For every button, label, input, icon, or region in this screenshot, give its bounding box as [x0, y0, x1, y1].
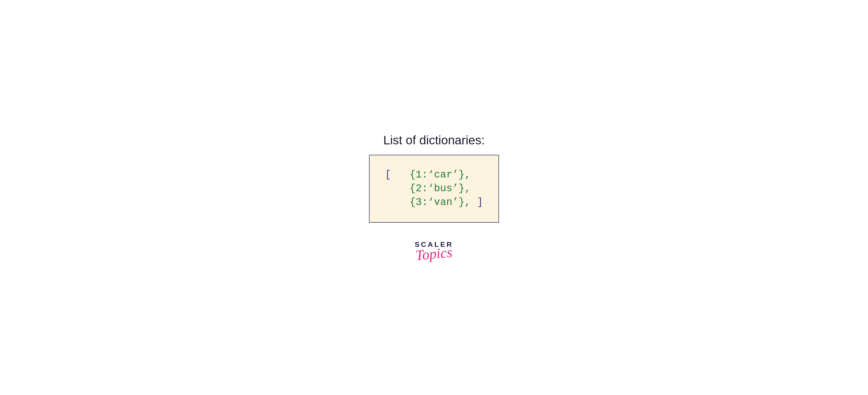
line-indent-3 [385, 197, 409, 208]
content-wrapper: List of dictionaries: [ {1:‘car’}, {2:‘b… [369, 133, 499, 262]
dict-entry-2: {2:‘bus’}, [409, 183, 471, 194]
dict-entry-3: {3:‘van’}, [409, 197, 477, 208]
code-line-3: {3:‘van’}, ] [385, 196, 483, 209]
logo-topics-text: Topics [415, 244, 453, 263]
diagram-title: List of dictionaries: [383, 133, 485, 147]
open-bracket: [ [385, 169, 409, 180]
line-indent-2 [385, 183, 409, 194]
code-box: [ {1:‘car’}, {2:‘bus’}, {3:‘van’}, ] [369, 155, 499, 223]
code-line-2: {2:‘bus’}, [385, 182, 483, 196]
scaler-topics-logo: SCALER Topics [415, 240, 453, 262]
dict-entry-1: {1:‘car’}, [409, 169, 471, 180]
close-bracket: ] [477, 197, 483, 208]
code-line-1: [ {1:‘car’}, [385, 168, 483, 182]
